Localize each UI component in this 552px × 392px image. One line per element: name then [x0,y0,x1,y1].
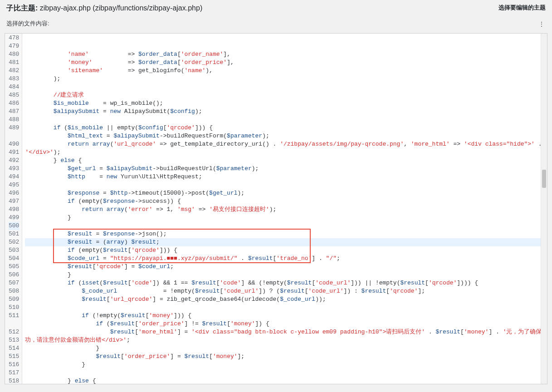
file-content-label: 选择的文件内容: [6,20,49,28]
editor-page: 子比主题: zibpay-ajax.php (zibpay/functions/… [0,0,552,392]
file-name: zibpay-ajax.php (zibpay/functions/zibpay… [40,4,202,12]
select-theme-label: 选择要编辑的主题 [498,4,546,12]
code-area[interactable]: 'name' => $order_data['order_name'], 'mo… [22,34,547,384]
vertical-scrollbar-thumb[interactable] [542,170,546,188]
theme-name: 子比主题 [6,4,35,12]
vertical-scrollbar-track[interactable] [541,34,547,384]
header: 子比主题: zibpay-ajax.php (zibpay/functions/… [0,0,552,30]
file-path-title: 子比主题: zibpay-ajax.php (zibpay/functions/… [6,4,202,13]
settings-icon[interactable]: ⋮ [538,20,545,28]
code-editor[interactable]: 4784794804814824834844854864874884894904… [5,33,547,384]
line-number-gutter: 4784794804814824834844854864874884894904… [5,34,22,384]
